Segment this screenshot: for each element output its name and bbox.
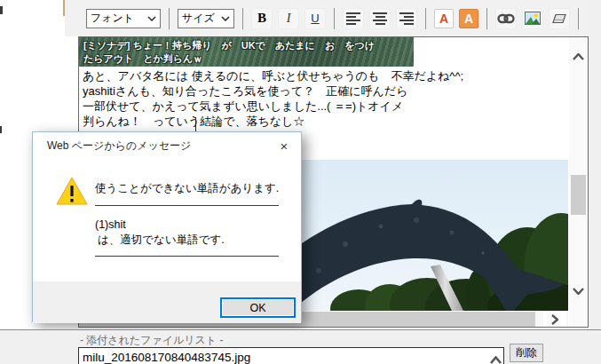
chevron-down-icon [147, 16, 156, 21]
eraser-button[interactable] [549, 8, 570, 29]
dialog-message: 使うことができない単語があります. [95, 181, 279, 196]
listbox-scroll-up-button[interactable] [490, 352, 502, 364]
link-icon [497, 13, 515, 24]
toolbar-separator [334, 8, 335, 29]
toolbar-separator [578, 8, 579, 29]
cropped-content-fragment [0, 6, 3, 14]
align-left-icon [346, 12, 360, 25]
dialog-detail-text: は、適切でない単語です. [98, 233, 225, 248]
warning-icon [56, 177, 88, 205]
italic-icon: I [287, 12, 291, 26]
attached-files-listbox[interactable]: milu_201608170840483745.jpg [78, 347, 504, 364]
editor-text-line: あと、アバタ名には 使えるのに、呼ぶと伏せちゃうのも 不幸だよね^^; [83, 68, 580, 83]
insert-link-button[interactable] [495, 8, 517, 29]
dialog-detail-word: (1)shit [95, 218, 126, 231]
scroll-up-button[interactable] [569, 48, 588, 66]
font-size-value: サイズ [182, 11, 215, 26]
ok-button-label: OK [249, 302, 265, 314]
toolbar-separator [486, 8, 487, 29]
page: フォント サイズ B I U A A [0, 0, 601, 364]
scroll-down-button[interactable] [569, 282, 588, 300]
delete-button-label: 削除 [516, 345, 537, 360]
editor-text-line: 一部伏せて、かえって気まずい思いしました...( ＝=)トオイメ [83, 99, 580, 114]
italic-button[interactable]: I [278, 8, 299, 29]
bold-button[interactable]: B [251, 8, 273, 29]
pasted-chat-image: [ミソナデ] ちょー！持ち帰り が UKで あたまに お をつけ たらアウト と… [79, 37, 414, 67]
dialog-divider [95, 205, 279, 206]
page-background-strip [589, 0, 601, 329]
dialog-title-bar[interactable]: Web ページからのメッセージ × [33, 132, 301, 159]
font-family-select[interactable]: フォント [86, 9, 161, 28]
toolbar-separator [425, 8, 426, 29]
font-size-select[interactable]: サイズ [178, 9, 234, 28]
underline-button[interactable]: U [304, 8, 326, 29]
vertical-scrollbar[interactable] [569, 37, 588, 327]
attached-files-panel: - 添付されたファイルリスト - milu_201608170840483745… [0, 329, 601, 364]
font-color-icon: A [439, 12, 448, 26]
editor-text-line: yashitiさんも、知り合ったころ気を使って？ 正確に呼んだら [83, 83, 580, 99]
align-left-button[interactable] [343, 8, 364, 29]
font-color-button[interactable]: A [434, 9, 454, 28]
delete-button[interactable]: 削除 [510, 344, 543, 362]
chevron-up-icon [573, 53, 584, 60]
insert-image-button[interactable] [522, 8, 543, 29]
chevron-down-icon [221, 16, 230, 21]
toolbar-separator [242, 8, 243, 29]
vertical-scrollbar-thumb[interactable] [571, 175, 586, 215]
close-icon[interactable]: × [276, 138, 292, 154]
align-center-button[interactable] [369, 8, 391, 29]
highlight-color-button[interactable]: A [459, 9, 478, 28]
dialog-divider [95, 256, 279, 257]
align-right-button[interactable] [396, 8, 417, 29]
editor-text-line: 判らんね！ っていう結論で、落ちなし☆ [83, 114, 580, 129]
scroll-right-button[interactable] [543, 312, 566, 327]
webpage-message-dialog: Web ページからのメッセージ × 使うことができない単語があります. (1)s… [32, 131, 302, 322]
toolbar-separator [169, 8, 170, 29]
eraser-icon [551, 13, 567, 24]
chevron-up-icon [490, 356, 502, 364]
chat-image-line1: [ミソナデ] ちょー！持ち帰り が UKで あたまに お をつけ [83, 39, 409, 52]
attached-files-label: - 添付されたファイルリスト - [80, 333, 223, 348]
dialog-title: Web ページからのメッセージ [47, 138, 191, 154]
highlight-color-icon: A [464, 12, 473, 26]
chat-image-line2: たらアウト とか判らんｗ [83, 52, 409, 66]
attached-file-item[interactable]: milu_201608170840483745.jpg [83, 351, 250, 364]
dialog-footer: OK [33, 281, 301, 323]
align-center-icon [373, 12, 387, 25]
chevron-down-icon [573, 288, 584, 295]
underline-icon: U [311, 12, 319, 25]
editor-toolbar: フォント サイズ B I U A A [65, 0, 589, 36]
align-right-icon [399, 12, 414, 25]
cropped-content-fragment [0, 126, 2, 133]
chevron-right-icon [551, 314, 558, 325]
text-caret [195, 117, 196, 131]
image-icon [525, 12, 541, 25]
bold-icon: B [257, 11, 266, 26]
ok-button[interactable]: OK [220, 297, 296, 318]
font-family-value: フォント [91, 11, 134, 26]
